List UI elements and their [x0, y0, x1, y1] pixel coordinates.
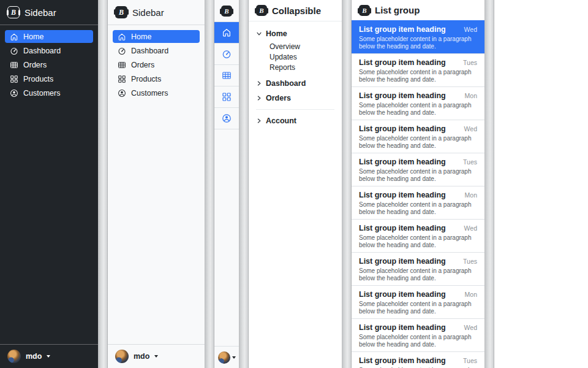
- collapsible-header[interactable]: B Collapsible: [249, 0, 342, 21]
- list-item[interactable]: List group item headingWed Some placehol…: [352, 219, 484, 252]
- list-item-day: Wed: [464, 125, 477, 132]
- list-item-heading: List group item heading: [359, 257, 446, 266]
- tree-link-reports[interactable]: Reports: [270, 62, 334, 72]
- sidebar-light-nav: Home Dashboard Orders Products Customers: [108, 25, 205, 105]
- list-item[interactable]: List group item headingWed Some placehol…: [352, 318, 484, 351]
- tree-toggle-account[interactable]: Account: [256, 115, 334, 127]
- nav-item-dashboard[interactable]: Dashboard: [113, 44, 200, 57]
- tree-link-label: Overview: [270, 42, 300, 51]
- speedometer-icon: [118, 47, 126, 55]
- home-icon: [10, 33, 18, 41]
- caret-down-icon: [232, 356, 236, 359]
- list-item-day: Tues: [463, 258, 477, 265]
- panel-divider: [239, 0, 249, 368]
- tree-divider: [256, 109, 334, 110]
- tree-link-label: Updates: [270, 53, 297, 61]
- table-icon: [222, 71, 232, 80]
- nav-label: Customers: [131, 89, 168, 98]
- tree-toggle-dashboard[interactable]: Dashboard: [256, 77, 334, 90]
- list-item[interactable]: List group item headingMon Some placehol…: [352, 86, 484, 120]
- tree-group-account: Account: [256, 115, 334, 127]
- panel-divider: [205, 0, 214, 368]
- list-item-heading: List group item heading: [359, 290, 446, 299]
- nav-item-customers[interactable]: Customers: [5, 86, 93, 99]
- sidebar-dark: B Sidebar Home Dashboard Orders Products: [0, 0, 98, 368]
- person-circle-icon: [10, 89, 18, 98]
- rail-item-products[interactable]: [214, 86, 239, 108]
- list-item[interactable]: List group item headingTues Some placeho…: [352, 153, 484, 186]
- list-item-text: Some placeholder content in a paragraph …: [359, 334, 477, 348]
- rail-logo-wrap[interactable]: B: [214, 0, 239, 22]
- tree-label: Orders: [266, 94, 291, 102]
- list-item[interactable]: List group item headingWed Some placehol…: [352, 20, 484, 53]
- nav-label: Home: [131, 33, 151, 41]
- tree-toggle-orders[interactable]: Orders: [256, 92, 334, 104]
- list-item-heading: List group item heading: [359, 125, 446, 133]
- bootstrap-logo-icon: B: [256, 5, 267, 16]
- list-item-heading: List group item heading: [359, 323, 446, 332]
- bootstrap-logo-icon: B: [221, 6, 232, 17]
- list-group-header[interactable]: B List group: [352, 0, 484, 20]
- user-dropdown[interactable]: mdo: [108, 344, 205, 368]
- list-item-heading: List group item heading: [359, 58, 446, 67]
- grid-icon: [118, 75, 126, 83]
- list-item[interactable]: List group item headingTues Some placeho…: [352, 252, 484, 285]
- user-dropdown[interactable]: [214, 346, 239, 368]
- user-name: mdo: [26, 352, 42, 361]
- list-item-heading: List group item heading: [359, 158, 446, 166]
- list-item-text: Some placeholder content in a paragraph …: [359, 301, 477, 315]
- avatar: [218, 351, 230, 364]
- list-item-day: Tues: [463, 59, 477, 66]
- list-item[interactable]: List group item headingTues Some placeho…: [352, 351, 484, 368]
- tree-toggle-home[interactable]: Home: [256, 28, 334, 40]
- nav-item-products[interactable]: Products: [5, 72, 93, 85]
- empty-area: [494, 0, 588, 368]
- list-item[interactable]: List group item headingWed Some placehol…: [352, 120, 484, 153]
- rail-item-orders[interactable]: [214, 65, 239, 86]
- user-name: mdo: [134, 352, 149, 361]
- tree-group-home: Home Overview Updates Reports: [256, 28, 334, 75]
- list-group-title: List group: [375, 5, 420, 15]
- collapsible-tree: Home Overview Updates Reports Dashboard …: [249, 21, 342, 136]
- nav-item-orders[interactable]: Orders: [113, 58, 200, 71]
- tree-link-overview[interactable]: Overview: [270, 41, 334, 52]
- sidebar-dark-header[interactable]: B Sidebar: [0, 0, 98, 25]
- tree-label: Dashboard: [266, 79, 306, 88]
- sidebar-title: Sidebar: [132, 7, 164, 18]
- nav-item-products[interactable]: Products: [113, 72, 200, 85]
- sidebar-light-header[interactable]: B Sidebar: [108, 0, 205, 25]
- panel-divider: [342, 0, 352, 368]
- list-item-heading: List group item heading: [359, 224, 446, 232]
- tree-link-updates[interactable]: Updates: [270, 52, 334, 62]
- list-item[interactable]: List group item headingMon Some placehol…: [352, 186, 484, 219]
- rail-item-dashboard[interactable]: [214, 44, 239, 65]
- list-item-text: Some placeholder content in a paragraph …: [359, 102, 477, 117]
- bootstrap-logo-icon: B: [7, 6, 20, 18]
- sidebar-collapsible: B Collapsible Home Overview Updates Repo…: [249, 0, 342, 368]
- list-item-text: Some placeholder content in a paragraph …: [359, 135, 477, 150]
- nav-item-home[interactable]: Home: [113, 30, 200, 43]
- rail-item-home[interactable]: [214, 22, 239, 44]
- list-item[interactable]: List group item headingMon Some placehol…: [352, 285, 484, 318]
- nav-item-orders[interactable]: Orders: [5, 58, 93, 71]
- list-item-text: Some placeholder content in a paragraph …: [359, 69, 477, 83]
- scrollbar-track[interactable]: [484, 0, 494, 368]
- list-item-day: Mon: [465, 191, 477, 199]
- nav-item-home[interactable]: Home: [5, 30, 93, 43]
- collapsible-title: Collapsible: [272, 6, 321, 16]
- nav-item-customers[interactable]: Customers: [113, 86, 200, 99]
- app-root: B Sidebar Home Dashboard Orders Products: [0, 0, 588, 368]
- list-item[interactable]: List group item headingTues Some placeho…: [352, 53, 484, 86]
- avatar: [7, 350, 21, 363]
- table-icon: [118, 61, 126, 69]
- tree-group-dashboard: Dashboard: [256, 77, 334, 90]
- user-dropdown[interactable]: mdo: [0, 344, 98, 368]
- sidebar-icons: B: [214, 0, 239, 368]
- nav-item-dashboard[interactable]: Dashboard: [5, 44, 93, 57]
- chevron-right-icon: [256, 80, 262, 86]
- list-item-text: Some placeholder content in a paragraph …: [359, 168, 477, 183]
- avatar: [115, 350, 129, 363]
- caret-down-icon: [47, 355, 50, 358]
- rail-item-customers[interactable]: [214, 108, 239, 129]
- nav-label: Orders: [23, 61, 47, 69]
